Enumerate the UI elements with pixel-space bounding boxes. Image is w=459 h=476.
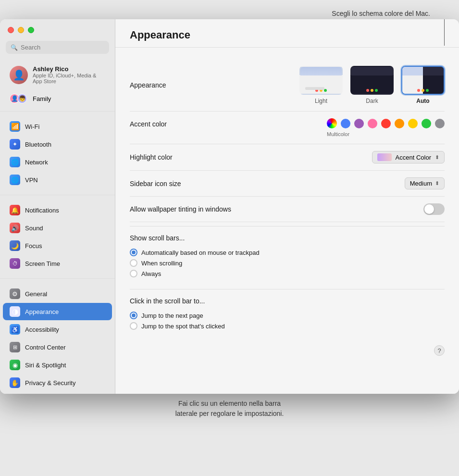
sidebar-item-network[interactable]: 🌐 Network — [3, 153, 112, 171]
sidebar-item-vpn[interactable]: 🌐 VPN — [3, 171, 112, 188]
radio-scrolling-indicator — [130, 259, 137, 267]
appearance-light-thumb — [299, 66, 343, 95]
focus-icon: 🌙 — [10, 240, 20, 251]
sidebar: 🔍 👤 Ashley Rico Apple ID, iCloud+, Media… — [0, 19, 115, 394]
sidebar-item-siri[interactable]: ◉ Siri & Spotlight — [3, 356, 112, 374]
sidebar-item-label: Accessibility — [25, 326, 59, 333]
screentime-icon: ⏱ — [10, 258, 20, 269]
section-divider-2 — [130, 289, 445, 289]
scroll-bars-always[interactable]: Always — [130, 270, 445, 277]
accent-color-pink[interactable] — [368, 119, 377, 128]
appearance-label: Appearance — [130, 81, 216, 89]
accent-color-green[interactable] — [422, 119, 431, 128]
accent-color-blue[interactable] — [341, 119, 350, 128]
sidebar-item-label: VPN — [25, 176, 38, 184]
sound-icon: 🔊 — [10, 223, 20, 233]
bluetooth-icon: ✦ — [10, 139, 20, 150]
sidebar-icon-size-label: Sidebar icon size — [130, 180, 216, 188]
sidebar-item-label: Focus — [25, 242, 42, 250]
scroll-bars-section: Show scroll bars... Automatically based … — [130, 230, 445, 285]
family-label: Family — [33, 95, 51, 102]
accent-color-yellow[interactable] — [408, 119, 418, 128]
scroll-bars-always-label: Always — [141, 270, 161, 277]
sidebar-item-label: General — [25, 290, 47, 298]
appearance-light-label: Light — [315, 98, 327, 104]
sidebar-icon-size-select[interactable]: Medium ⬍ — [405, 177, 445, 189]
click-scroll-next-page[interactable]: Jump to the next page — [130, 312, 445, 319]
search-input[interactable] — [21, 44, 104, 51]
highlight-color-value: Accent Color — [396, 154, 431, 161]
vpn-icon: 🌐 — [10, 175, 20, 185]
sidebar-section-preferences: ⚙ General ◑ Appearance ♿ Accessibility ⊞… — [0, 283, 115, 394]
thumb-dots-dark — [366, 89, 378, 92]
sidebar-item-label: Appearance — [25, 308, 59, 315]
appearance-light-option[interactable]: Light — [299, 66, 343, 104]
sidebar-item-wifi[interactable]: 📶 Wi-Fi — [3, 118, 112, 135]
network-icon: 🌐 — [10, 157, 20, 167]
sidebar-item-screentime[interactable]: ⏱ Screen Time — [3, 255, 112, 272]
click-scroll-next-page-label: Jump to the next page — [141, 312, 203, 319]
appearance-dark-label: Dark — [366, 98, 378, 104]
user-profile-item[interactable]: 👤 Ashley Rico Apple ID, iCloud+, Media &… — [3, 62, 112, 88]
search-icon: 🔍 — [11, 44, 18, 51]
highlight-color-select[interactable]: Accent Color ⬍ — [372, 151, 445, 163]
click-scroll-spot-label: Jump to the spot that's clicked — [141, 323, 225, 330]
sidebar-item-family[interactable]: 👤 👦 Family — [3, 90, 112, 107]
close-button[interactable] — [8, 27, 14, 33]
sidebar-item-accessibility[interactable]: ♿ Accessibility — [3, 321, 112, 338]
help-button[interactable]: ? — [434, 345, 445, 356]
wallpaper-tinting-toggle[interactable] — [423, 203, 445, 215]
highlight-color-preview — [377, 153, 392, 161]
highlight-color-label: Highlight color — [130, 153, 216, 161]
appearance-auto-option[interactable]: Auto — [401, 66, 445, 104]
maximize-button[interactable] — [28, 27, 34, 33]
sidebar-section-system: 🔔 Notifications 🔊 Sound 🌙 Focus ⏱ Screen… — [0, 199, 115, 275]
user-name: Ashley Rico — [33, 65, 105, 73]
scroll-bars-auto-label: Automatically based on mouse or trackpad — [141, 249, 260, 256]
accessibility-icon: ♿ — [10, 324, 20, 335]
content-body: Appearance Light — [115, 48, 459, 394]
accent-color-orange[interactable] — [395, 119, 404, 128]
appearance-options: Light Dark — [299, 66, 445, 104]
appearance-icon: ◑ — [10, 306, 20, 317]
search-box[interactable]: 🔍 — [6, 41, 109, 54]
accent-color-red[interactable] — [381, 119, 391, 128]
accent-color-multicolor[interactable] — [327, 118, 337, 128]
appearance-setting-row: Appearance Light — [130, 59, 445, 112]
sidebar-item-controlcenter[interactable]: ⊞ Control Center — [3, 338, 112, 356]
sidebar-item-label: Privacy & Security — [25, 379, 75, 387]
accent-color-graphite[interactable] — [435, 119, 445, 128]
highlight-color-setting-row: Highlight color Accent Color ⬍ — [130, 144, 445, 171]
sidebar-item-notifications[interactable]: 🔔 Notifications — [3, 201, 112, 219]
sidebar-item-appearance[interactable]: ◑ Appearance — [3, 303, 112, 320]
minimize-button[interactable] — [18, 27, 24, 33]
user-info: Ashley Rico Apple ID, iCloud+, Media & A… — [33, 65, 105, 84]
sidebar-item-label: Siri & Spotlight — [25, 362, 66, 369]
sidebar-item-label: Wi-Fi — [25, 123, 39, 130]
click-scroll-spot[interactable]: Jump to the spot that's clicked — [130, 322, 445, 330]
sidebar-section-network: 📶 Wi-Fi ✦ Bluetooth 🌐 Network 🌐 VPN — [0, 115, 115, 191]
window-controls — [0, 19, 115, 37]
radio-spot-indicator — [130, 322, 137, 330]
accent-color-label: Accent color — [130, 118, 216, 128]
sidebar-item-general[interactable]: ⚙ General — [3, 285, 112, 302]
scroll-bars-scrolling-label: When scrolling — [141, 260, 182, 267]
sidebar-item-bluetooth[interactable]: ✦ Bluetooth — [3, 136, 112, 153]
scroll-bars-scrolling[interactable]: When scrolling — [130, 259, 445, 267]
sidebar-icon-size-value: Medium — [410, 180, 432, 187]
sidebar-item-label: Sound — [25, 225, 43, 232]
wifi-icon: 📶 — [10, 121, 20, 132]
system-preferences-window: 🔍 👤 Ashley Rico Apple ID, iCloud+, Media… — [0, 19, 459, 394]
appearance-dark-option[interactable]: Dark — [350, 66, 394, 104]
sidebar-item-sound[interactable]: 🔊 Sound — [3, 219, 112, 237]
color-row — [327, 118, 445, 128]
sidebar-item-privacy[interactable]: ✋ Privacy & Security — [3, 374, 112, 391]
scroll-bars-auto[interactable]: Automatically based on mouse or trackpad — [130, 249, 445, 256]
scroll-bars-options: Automatically based on mouse or trackpad… — [130, 245, 445, 281]
main-content: Appearance Appearance — [115, 19, 459, 394]
sidebar-item-focus[interactable]: 🌙 Focus — [3, 237, 112, 254]
section-divider-1 — [130, 226, 445, 226]
accent-color-purple[interactable] — [354, 119, 364, 128]
sidebar-item-label: Bluetooth — [25, 141, 51, 148]
avatar: 👤 — [10, 66, 28, 84]
